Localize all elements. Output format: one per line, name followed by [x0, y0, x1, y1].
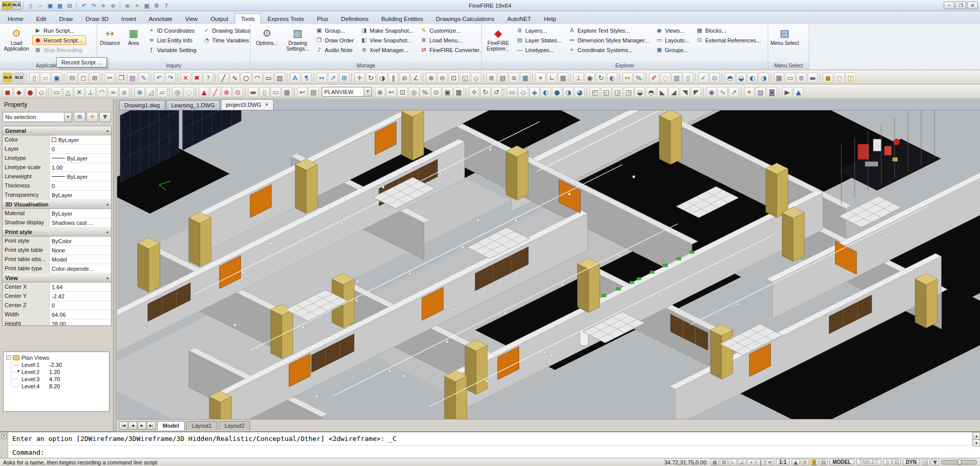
grid-icon[interactable]: ▦: [142, 2, 151, 10]
materials-icon[interactable]: ▨: [755, 87, 766, 97]
status-slider[interactable]: [941, 460, 977, 464]
ucs-world-icon[interactable]: ⊕: [135, 87, 145, 97]
ribbon-tab-draw-3d[interactable]: Draw 3D: [79, 13, 115, 24]
pan-icon[interactable]: ✛: [99, 2, 108, 10]
lineweight-value[interactable]: ByLayer: [50, 172, 111, 181]
shadow-display-value[interactable]: Shadows cast ...: [50, 218, 111, 227]
iso-ne-icon[interactable]: ◥: [680, 87, 690, 97]
snap-endpoint-icon[interactable]: ▭: [52, 87, 62, 97]
publish-icon[interactable]: ⊞: [90, 73, 100, 83]
osnap-icon[interactable]: ⌖: [132, 2, 142, 10]
layers-icon[interactable]: ≣: [486, 73, 497, 83]
leader-icon[interactable]: ↗: [328, 73, 338, 83]
command-prompt[interactable]: Command:: [8, 449, 44, 456]
scale-indicator[interactable]: 1:1: [776, 459, 789, 465]
prev-layout-button[interactable]: ◀: [128, 422, 137, 430]
iso-se-icon[interactable]: ◢: [669, 87, 679, 97]
print-style-value[interactable]: ByColor: [50, 237, 111, 245]
ucs-icon[interactable]: ⊥: [573, 73, 584, 83]
point-diamond-icon[interactable]: ◆: [14, 87, 24, 97]
workspace-icon[interactable]: ⚙: [801, 459, 809, 465]
ribbon-tab-drawings-calculations[interactable]: Drawings-Calculations: [430, 13, 500, 24]
gouraud-shaded-icon[interactable]: ●: [552, 87, 562, 97]
match-properties-icon[interactable]: ✎: [139, 73, 149, 83]
save-all-icon[interactable]: ▦: [55, 2, 64, 10]
bld-view-icon[interactable]: BLD: [14, 73, 24, 83]
quick-properties-icon[interactable]: ▤: [819, 459, 828, 465]
zoom-center-icon[interactable]: ⊙: [431, 87, 441, 97]
view-bottom-icon[interactable]: ◱: [601, 87, 611, 97]
print-style-table-value[interactable]: None: [50, 246, 111, 254]
help-icon[interactable]: ?: [203, 73, 213, 83]
ribbon-tab-insert[interactable]: Insert: [115, 13, 142, 24]
zoom-object-icon[interactable]: ▣: [442, 87, 453, 97]
drawing-tab-drawing1-dwg[interactable]: Drawing1.dwg: [119, 100, 165, 110]
slab-icon[interactable]: ▭: [271, 87, 281, 97]
property-section-print-style[interactable]: Print style▴: [3, 227, 111, 237]
ribbon-tab-view[interactable]: View: [179, 13, 204, 24]
rectangle-icon[interactable]: ▭: [263, 73, 274, 83]
ortho-icon[interactable]: ∟: [547, 73, 557, 83]
grid-icon[interactable]: ▦: [558, 73, 568, 83]
layers-button[interactable]: ≣Layers...: [514, 26, 565, 35]
coordinate-systems-button[interactable]: ⌖Coordinate Systems...: [566, 45, 653, 55]
fly-icon[interactable]: ↗: [729, 87, 739, 97]
menu-select-button[interactable]: ▤Menu Select: [770, 25, 799, 62]
new-icon[interactable]: ▯: [29, 73, 39, 83]
osnap-toggle[interactable]: ⌖: [747, 459, 755, 465]
settings-icon[interactable]: ⚙: [152, 2, 161, 10]
isolate-objects-icon[interactable]: ◎: [172, 87, 183, 97]
transparency-value[interactable]: ByLayer: [50, 191, 111, 199]
arc-icon[interactable]: ◠: [252, 73, 262, 83]
view-right-icon[interactable]: ◑: [759, 73, 769, 83]
polyline-icon[interactable]: ∿: [230, 73, 240, 83]
wireframe-2d-icon[interactable]: ▭: [507, 87, 517, 97]
ribbon-tab-help[interactable]: Help: [538, 13, 562, 24]
grid-toggle[interactable]: ⊞: [720, 459, 728, 465]
center-y-value[interactable]: -2.42: [50, 292, 111, 300]
color-value[interactable]: ByLayer: [50, 135, 111, 144]
markup-icon[interactable]: ✐: [649, 73, 659, 83]
explore-text-styles-button[interactable]: AExplore Text Styles...: [566, 26, 653, 35]
layout-tab-layout2[interactable]: Layout2: [219, 421, 250, 430]
plan-level-2[interactable]: *Level:21.20: [6, 368, 109, 376]
options-button[interactable]: ⚙Options...: [252, 25, 282, 62]
purge-icon[interactable]: ✖: [192, 73, 202, 83]
drawing-tab-project3-dwg[interactable]: project3.DWG✕: [221, 99, 274, 110]
snap-intersection-icon[interactable]: ✕: [74, 87, 84, 97]
id-coordinates-button[interactable]: ⌖ID Coordinates: [146, 26, 200, 35]
snap-toggle[interactable]: ▦: [710, 459, 719, 465]
cut-icon[interactable]: ✂: [105, 73, 115, 83]
hidden-shade-icon[interactable]: ◈: [529, 87, 540, 97]
walk-icon[interactable]: ∿: [718, 87, 728, 97]
list-entity-info-button[interactable]: ≡List Entity Info: [146, 35, 200, 45]
thickness-value[interactable]: 0: [50, 181, 111, 190]
panel-splitter[interactable]: [114, 99, 117, 431]
command-input-row[interactable]: Command:: [0, 446, 980, 459]
command-scrollbar[interactable]: ▲ ▼: [972, 432, 980, 446]
zoom-in-icon[interactable]: ⊕: [426, 73, 436, 83]
audio-note-button[interactable]: ♪Audio Note: [314, 45, 358, 55]
sheet-set-icon[interactable]: ▥: [672, 73, 682, 83]
render-icon[interactable]: ◐: [607, 73, 617, 83]
show-annotations-icon[interactable]: ▲: [793, 87, 804, 97]
design-center-icon[interactable]: ▦: [520, 73, 530, 83]
property-section-general[interactable]: General▴: [3, 126, 111, 135]
named-views-icon[interactable]: ◉: [585, 73, 595, 83]
properties-icon[interactable]: ≡: [123, 2, 132, 10]
openings-icon[interactable]: ▭: [785, 73, 795, 83]
ribbon-tab-plus[interactable]: Plus: [310, 13, 334, 24]
minimize-button[interactable]: ─: [944, 2, 954, 9]
combo-arrow-icon[interactable]: ▾: [64, 112, 72, 122]
zoom-out-icon[interactable]: ⊖: [437, 73, 448, 83]
view-snapshot-button[interactable]: ◧View Snapshot...: [359, 35, 417, 45]
plan-level-1[interactable]: Level:1-2.30: [6, 361, 109, 368]
zoom-previous-icon[interactable]: ↩: [386, 87, 396, 97]
save-icon[interactable]: ▣: [46, 2, 55, 10]
center-z-value[interactable]: 0: [50, 301, 111, 310]
snap-midpoint-icon[interactable]: △: [63, 87, 73, 97]
rotate-icon[interactable]: ↻: [366, 73, 376, 83]
iso-nw-icon[interactable]: ◤: [691, 87, 701, 97]
redo-icon[interactable]: ↷: [89, 2, 98, 10]
lineweight-toggle[interactable]: ≡: [766, 459, 774, 465]
